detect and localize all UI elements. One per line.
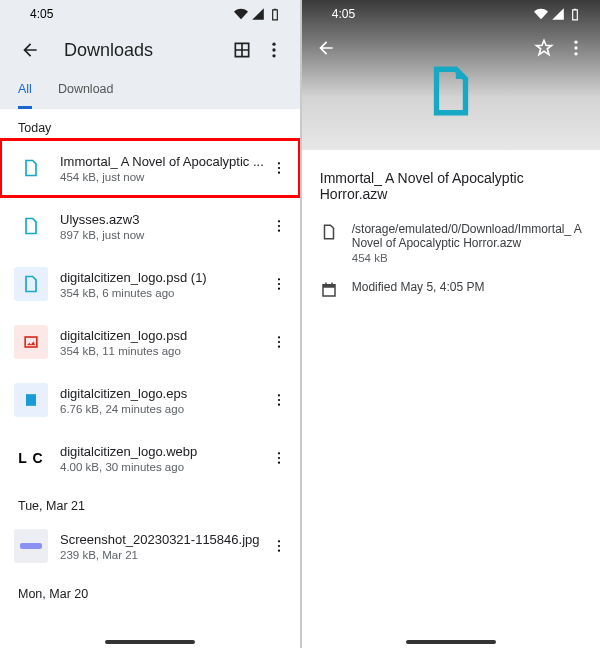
svg-rect-27 — [574, 9, 576, 10]
detail-modified: Modified May 5, 4:05 PM — [352, 280, 485, 294]
file-name: digitalcitizen_logo.eps — [60, 386, 264, 401]
svg-point-4 — [278, 162, 280, 164]
detail-size: 454 kB — [352, 252, 582, 264]
section-today: Today — [0, 109, 300, 139]
file-text: Immortal_ A Novel of Apocalyptic ... 454… — [60, 154, 264, 183]
svg-point-20 — [278, 404, 280, 406]
status-bar: 4:05 — [0, 0, 300, 28]
document-icon — [21, 274, 41, 294]
file-meta: 4.00 kB, 30 minutes ago — [60, 461, 264, 473]
back-button[interactable] — [310, 32, 342, 64]
file-row[interactable]: Immortal_ A Novel of Apocalyptic ... 454… — [0, 139, 300, 197]
file-row[interactable]: Screenshot_20230321-115846.jpg 239 kB, M… — [0, 517, 300, 575]
svg-point-7 — [278, 220, 280, 222]
overflow-menu-button[interactable] — [560, 32, 592, 64]
file-more-button[interactable] — [264, 160, 294, 176]
svg-rect-34 — [331, 283, 333, 286]
svg-point-5 — [278, 167, 280, 169]
battery-icon — [268, 7, 282, 21]
file-name: Immortal_ A Novel of Apocalyptic ... — [60, 154, 264, 169]
file-text: digitalcitizen_logo.eps 6.76 kB, 24 minu… — [60, 386, 264, 415]
svg-point-26 — [278, 550, 280, 552]
svg-point-3 — [272, 54, 275, 57]
file-more-button[interactable] — [264, 276, 294, 292]
file-thumbnail — [14, 529, 48, 563]
detail-content: Immortal_ A Novel of Apocalyptic Horror.… — [302, 150, 600, 335]
file-row[interactable]: L C digitalcitizen_logo.webp 4.00 kB, 30… — [0, 429, 300, 487]
svg-point-9 — [278, 230, 280, 232]
nav-home-indicator[interactable] — [105, 640, 195, 644]
file-text: Ulysses.azw3 897 kB, just now — [60, 212, 264, 241]
file-more-button[interactable] — [264, 334, 294, 350]
file-meta: 354 kB, 11 minutes ago — [60, 345, 264, 357]
svg-point-8 — [278, 225, 280, 227]
nav-home-indicator[interactable] — [406, 640, 496, 644]
grid-icon — [232, 40, 252, 60]
svg-point-28 — [574, 41, 577, 44]
file-row[interactable]: Ulysses.azw3 897 kB, just now — [0, 197, 300, 255]
tab-download[interactable]: Download — [58, 72, 114, 109]
file-details-screen: 4:05 Immortal_ A Novel of Apocalyptic Ho — [302, 0, 600, 648]
file-name: Screenshot_20230321-115846.jpg — [60, 532, 264, 547]
more-vert-icon — [271, 160, 287, 176]
overflow-menu-button[interactable] — [258, 34, 290, 66]
svg-rect-32 — [323, 285, 335, 288]
document-icon — [21, 158, 41, 178]
favorite-button[interactable] — [528, 32, 560, 64]
svg-rect-17 — [26, 394, 36, 406]
file-more-button[interactable] — [264, 218, 294, 234]
downloads-screen: 4:05 Downloads All Download Today — [0, 0, 300, 648]
svg-point-19 — [278, 399, 280, 401]
file-more-button[interactable] — [264, 450, 294, 466]
file-name: Ulysses.azw3 — [60, 212, 264, 227]
svg-point-15 — [278, 341, 280, 343]
file-list: Today Immortal_ A Novel of Apocalyptic .… — [0, 109, 300, 648]
more-vert-icon — [264, 40, 284, 60]
file-meta: 239 kB, Mar 21 — [60, 549, 264, 561]
svg-point-16 — [278, 346, 280, 348]
wifi-icon — [234, 7, 248, 21]
file-more-button[interactable] — [264, 538, 294, 554]
signal-icon — [551, 7, 565, 21]
status-bar: 4:05 — [302, 0, 600, 28]
section-mar21: Tue, Mar 21 — [0, 487, 300, 517]
file-type-icon — [14, 209, 48, 243]
file-text: digitalcitizen_logo.psd (1) 354 kB, 6 mi… — [60, 270, 264, 299]
view-grid-button[interactable] — [226, 34, 258, 66]
signal-icon — [251, 7, 265, 21]
svg-point-21 — [278, 452, 280, 454]
file-type-icon — [14, 151, 48, 185]
file-more-button[interactable] — [264, 392, 294, 408]
more-vert-icon — [271, 538, 287, 554]
app-bar: Downloads — [0, 28, 300, 72]
svg-point-25 — [278, 545, 280, 547]
file-type-icon — [14, 267, 48, 301]
file-meta: 454 kB, just now — [60, 171, 264, 183]
file-row[interactable]: digitalcitizen_logo.psd 354 kB, 11 minut… — [0, 313, 300, 371]
svg-point-12 — [278, 288, 280, 290]
more-vert-icon — [271, 450, 287, 466]
hero-area: 4:05 — [302, 0, 600, 150]
detail-path-row: /storage/emulated/0/Download/Immortal_ A… — [320, 222, 582, 264]
svg-point-14 — [278, 336, 280, 338]
file-row[interactable]: digitalcitizen_logo.eps 6.76 kB, 24 minu… — [0, 371, 300, 429]
file-name: digitalcitizen_logo.psd (1) — [60, 270, 264, 285]
status-icons — [234, 7, 282, 21]
file-name: digitalcitizen_logo.webp — [60, 444, 264, 459]
svg-point-22 — [278, 457, 280, 459]
svg-point-18 — [278, 394, 280, 396]
svg-point-11 — [278, 283, 280, 285]
header-area: 4:05 Downloads All Download — [0, 0, 300, 109]
tab-all[interactable]: All — [18, 72, 32, 109]
more-vert-icon — [271, 276, 287, 292]
file-meta: 897 kB, just now — [60, 229, 264, 241]
back-button[interactable] — [14, 34, 46, 66]
svg-point-6 — [278, 172, 280, 174]
document-icon — [422, 62, 480, 120]
svg-point-23 — [278, 462, 280, 464]
clock: 4:05 — [332, 7, 355, 21]
file-type-icon — [14, 325, 48, 359]
file-row[interactable]: digitalcitizen_logo.psd (1) 354 kB, 6 mi… — [0, 255, 300, 313]
file-meta: 354 kB, 6 minutes ago — [60, 287, 264, 299]
wifi-icon — [534, 7, 548, 21]
